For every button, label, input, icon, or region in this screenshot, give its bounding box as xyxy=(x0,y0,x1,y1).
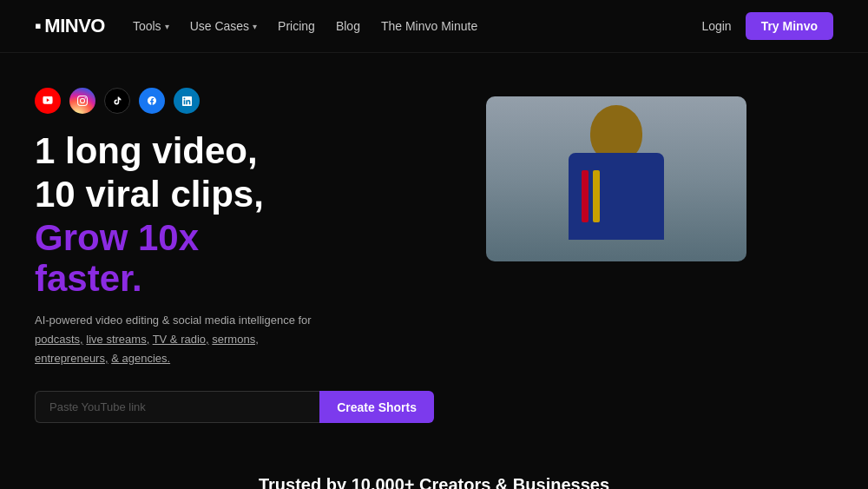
video-thumbnail xyxy=(486,96,746,261)
hero-section: 1 long video, 10 viral clips, Grow 10x f… xyxy=(0,53,868,449)
person-silhouette xyxy=(556,105,677,261)
headline-line4: faster. xyxy=(35,259,434,299)
person-shirt xyxy=(569,153,664,240)
trusted-section: Trusted by 10,000+ Creators & Businesses… xyxy=(0,449,868,489)
nav-blog[interactable]: Blog xyxy=(336,19,360,33)
nav-pricing[interactable]: Pricing xyxy=(278,19,315,33)
link-agencies[interactable]: & agencies. xyxy=(111,352,170,365)
nav-right: Login Try Minvo xyxy=(701,12,833,40)
link-livestreams[interactable]: live streams, xyxy=(86,333,149,346)
youtube-link-input[interactable] xyxy=(35,391,319,423)
headline-line3: Grow 10x xyxy=(35,218,434,258)
logo-m-icon: ▪ xyxy=(35,15,41,37)
linkedin-icon[interactable] xyxy=(174,88,200,114)
link-sermons[interactable]: sermons, xyxy=(212,333,258,346)
trusted-title: Trusted by 10,000+ Creators & Businesses xyxy=(35,475,833,489)
nav-tools[interactable]: Tools ▾ xyxy=(133,19,169,33)
nav-links: Tools ▾ Use Cases ▾ Pricing Blog The Min… xyxy=(133,19,701,33)
facebook-icon[interactable] xyxy=(139,88,165,114)
link-tv-radio[interactable]: TV & radio, xyxy=(153,333,209,346)
social-icons xyxy=(35,88,434,114)
hero-video xyxy=(486,96,746,261)
logo[interactable]: ▪ MINVO xyxy=(35,15,105,37)
login-button[interactable]: Login xyxy=(701,19,731,33)
chevron-down-icon: ▾ xyxy=(165,22,169,31)
create-shorts-button[interactable]: Create Shorts xyxy=(319,391,434,423)
headline-line1: 1 long video, xyxy=(35,131,434,171)
try-minvo-button[interactable]: Try Minvo xyxy=(746,12,833,40)
shirt-stripe-red xyxy=(582,170,589,222)
shirt-stripe-gold xyxy=(593,170,600,222)
link-entrepreneurs[interactable]: entrepreneurs, xyxy=(35,352,108,365)
navbar: ▪ MINVO Tools ▾ Use Cases ▾ Pricing Blog… xyxy=(0,0,868,53)
tiktok-icon[interactable] xyxy=(104,88,130,114)
nav-use-cases[interactable]: Use Cases ▾ xyxy=(190,19,257,33)
headline-line2: 10 viral clips, xyxy=(35,175,434,215)
link-podcasts[interactable]: podcasts, xyxy=(35,333,83,346)
instagram-icon[interactable] xyxy=(69,88,95,114)
cta-row: Create Shorts xyxy=(35,391,434,423)
nav-minvo-minute[interactable]: The Minvo Minute xyxy=(381,19,477,33)
hero-headline: 1 long video, 10 viral clips, Grow 10x f… xyxy=(35,131,434,299)
hero-left: 1 long video, 10 viral clips, Grow 10x f… xyxy=(35,88,434,423)
video-content xyxy=(486,96,746,261)
chevron-down-icon: ▾ xyxy=(253,22,257,31)
hero-subtext: AI-powered video editing & social media … xyxy=(35,311,434,368)
youtube-icon[interactable] xyxy=(35,88,61,114)
